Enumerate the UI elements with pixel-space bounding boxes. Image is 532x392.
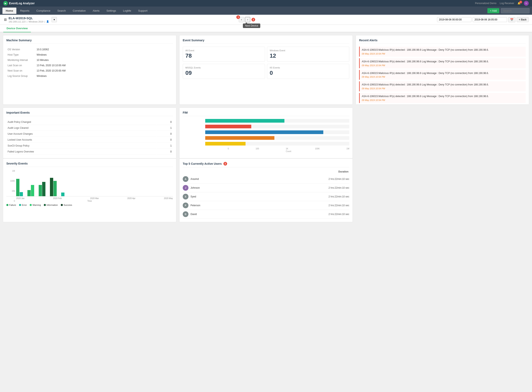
tab-support[interactable]: Support [135,8,151,14]
bar-apr-1 [50,178,53,196]
table-row: User Account Changes 0 [7,131,172,137]
bar-may-1 [61,192,64,196]
bar-group-may [61,192,64,196]
x-label-may: 2020 May [164,197,173,200]
nav-tabs: Home Reports Compliance Search Correlati… [2,8,151,14]
x-label-apr: 2020 Apr [127,197,135,200]
fim-x-100k: 100K [315,148,320,150]
legend-label-warning: Warning [33,204,41,206]
event-summary-title: Event Summary [183,39,349,44]
date-from-input[interactable] [437,17,471,22]
user-row-peterson: P Peterson 2 hrs:22min:10 sec [183,201,349,210]
fim-x-1k: 1K [286,148,288,150]
label-next-scan: Next Scan on [7,68,35,73]
next-device-btn[interactable]: › [245,17,250,22]
tab-compliance[interactable]: Compliance [33,8,54,14]
important-events-card: Important Events Audit Policy Changed 0 … [3,107,176,159]
bar-group-feb [27,185,34,196]
user-avatar-syed: S [183,194,188,200]
tab-search[interactable]: Search [54,8,69,14]
fim-bar-renamed [205,142,246,145]
value-scecli: 1 [157,143,172,149]
event-summary-card: Event Summary All Event 78 Windows Event… [179,35,353,105]
table-row: Last Scan on 13 Feb, 2020 10:10:00 AM [7,63,172,68]
user-name-syed: Syed [190,195,327,198]
bar-mar-1 [39,185,42,196]
legend-label-failure: Failure [9,204,16,206]
severity-x-labels: 2020 Jan 2020 Feb 2020 Mar 2020 Apr 2020… [6,197,173,200]
user-duration-johnson: 2 hrs:22min:10 sec [329,187,349,189]
row1: Machine Summary OS Version 10.0.18362 Ho… [0,32,532,105]
fim-x-1m: 1M [347,148,349,150]
alert-item: ASA-6-106015:Malicious IP(s) detected : … [359,81,526,91]
log-receiver-link[interactable]: Log Receiver [500,2,514,5]
date-to-input[interactable] [473,17,507,22]
fim-row-permission: Permission Changes [205,136,349,140]
alert-time: 09 May 2019 10:54 PM [362,52,524,55]
y-label-1m: 1M [6,170,15,172]
bar-apr-2 [53,181,57,196]
calendar-btn[interactable]: 📅 [508,17,515,22]
fim-bar-container-permission [205,136,349,140]
severity-y-axis: 1M 100K 10k 0 [6,170,15,202]
fim-bar-created [205,119,285,123]
tab-device-overview[interactable]: Device Overview [3,25,31,32]
y-label-100k: 100K [6,180,15,182]
row3-empty-col [356,159,529,222]
machine-summary-table: OS Version 10.0.18362 Host Type Windows … [6,47,173,79]
legend-dot-information [44,204,46,206]
value-log-source-group: Windows [36,74,172,79]
personalized-demo-link[interactable]: Personalized Demo [475,2,497,5]
bar-feb-1 [27,190,31,196]
user-avatar-top[interactable]: U [524,1,529,6]
alert-time: 09 May 2019 10:54 PM [362,76,524,78]
top-users-title: Top 5 Currently Active Users 3 [183,162,349,167]
label-audit-logs: Audit Logs Cleared [7,125,156,131]
alert-text: ASA-6-106015:Malicious IP(s) detected : … [362,48,524,52]
tab-logme[interactable]: LogMe [120,8,134,14]
tab-correlation[interactable]: Correlation [70,8,89,14]
tab-alerts[interactable]: Alerts [89,8,103,14]
value-locked-accounts: 0 [157,137,172,143]
legend-label-success: Success [64,204,72,206]
alert-text: ASA-6-106015:Malicious IP(s) detected : … [362,83,524,86]
tab-reports[interactable]: Reports [17,8,33,14]
user-duration-syed: 2 hrs:22min:10 sec [329,195,349,198]
event-label-windows: Windows Event [270,49,347,52]
user-avatar-peterson: P [183,203,188,208]
top-users-badge: 3 [223,162,227,166]
bar-group-apr [50,178,57,196]
notification-bell[interactable]: 🔔 2 [518,2,521,5]
fim-x-title: Count [205,150,349,153]
alert-text: ASA-6-106015:Malicious IP(s) detected : … [362,60,524,63]
bar-group-jan [16,179,23,196]
device-dropdown-btn[interactable]: ▾ [52,17,57,22]
add-button[interactable]: + Add [487,8,499,13]
alert-text: ASA-6-106015:Malicious IP(s) detected : … [362,71,524,75]
tab-home[interactable]: Home [2,8,16,14]
y-label-10k: 10k [6,190,15,192]
top-users-card: Top 5 Currently Active Users 3 Duration … [179,159,353,222]
table-row: Failed Logons Overview 0 [7,149,172,154]
device-user-icon: 👤 [46,20,49,23]
user-name-johnson: Johnson [190,187,327,189]
table-row: Host Type Windows [7,52,172,57]
event-box-all: All Event 78 [183,47,265,62]
legend-warning: Warning [30,204,41,206]
x-label-mar: 2020 Mar [90,197,99,200]
logo-icon: ▶ [3,1,8,5]
event-label-all: All Event [185,49,262,52]
table-row: SceCli Group Policy 1 [7,143,172,149]
fim-card: FIM Created Deleted Modified [179,107,353,159]
device-header: 🖥 ELA-W2019-SQL 192.168.111.123 | Window… [0,15,532,25]
value-os-version: 10.0.18362 [36,47,172,52]
row2: Important Events Audit Policy Changed 0 … [0,105,532,159]
back-btn[interactable]: < Back [517,17,529,22]
legend-label-information: Information [47,204,58,206]
important-events-table: Audit Policy Changed 0 Audit Logs Cleare… [6,119,173,155]
tab-settings[interactable]: Settings [103,8,119,14]
search-input[interactable] [501,8,530,13]
user-row-david: D David 2 hrs:22min:10 sec [183,210,349,219]
event-summary-grid: All Event 78 Windows Event 12 MSSQL Even… [183,47,349,79]
alert-time: 09 May 2019 10:54 PM [362,64,524,67]
